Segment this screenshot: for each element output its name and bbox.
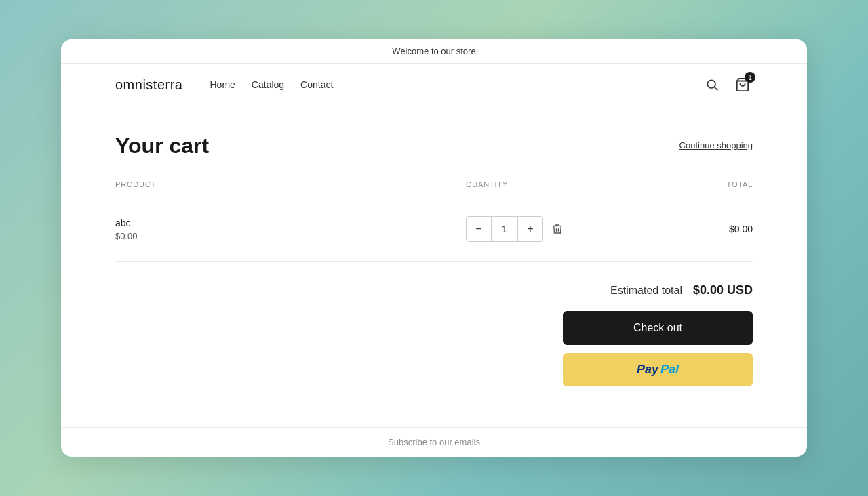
- logo: omnisterra: [115, 77, 182, 93]
- qty-control: − 1 +: [466, 216, 543, 242]
- delete-item-button[interactable]: [549, 220, 566, 238]
- qty-increase-button[interactable]: +: [518, 217, 542, 241]
- product-cell: abc $0.00: [115, 197, 466, 262]
- footer-bar: Subscribe to our emails: [61, 427, 807, 457]
- estimated-total-label: Estimated total: [610, 285, 682, 297]
- product-name: abc: [115, 218, 466, 228]
- cart-icon-wrapper: 1: [732, 75, 753, 95]
- quantity-controls: − 1 +: [466, 216, 657, 242]
- nav-catalog[interactable]: Catalog: [252, 79, 284, 90]
- paypal-logo: PayPal: [637, 363, 679, 377]
- estimated-total-value: $0.00 USD: [693, 283, 753, 297]
- header-left: omnisterra Home Catalog Contact: [115, 77, 333, 93]
- app-window: Welcome to our store omnisterra Home Cat…: [61, 39, 807, 457]
- table-row: abc $0.00 − 1 +: [115, 197, 753, 262]
- search-button[interactable]: [703, 75, 722, 94]
- col-header-quantity: QUANTITY: [466, 180, 657, 197]
- svg-line-1: [715, 87, 718, 91]
- cart-table: PRODUCT QUANTITY TOTAL abc $0.00: [115, 180, 753, 262]
- cart-badge: 1: [745, 72, 755, 83]
- checkout-button[interactable]: Check out: [563, 311, 753, 345]
- header: omnisterra Home Catalog Contact: [61, 64, 807, 106]
- quantity-cell: − 1 +: [466, 197, 657, 262]
- estimated-total: Estimated total $0.00 USD: [610, 283, 753, 297]
- cart-title: Your cart: [115, 133, 209, 159]
- qty-decrease-button[interactable]: −: [467, 217, 491, 241]
- table-header-row: PRODUCT QUANTITY TOTAL: [115, 180, 753, 197]
- col-header-product: PRODUCT: [115, 180, 466, 197]
- nav-contact[interactable]: Contact: [300, 79, 333, 90]
- trash-icon: [551, 223, 564, 235]
- subscribe-text: Subscribe to our emails: [388, 437, 480, 447]
- col-header-total: TOTAL: [657, 180, 753, 197]
- nav-home[interactable]: Home: [210, 79, 235, 90]
- cart-header: Your cart Continue shopping: [115, 133, 753, 159]
- header-right: 1: [703, 75, 753, 95]
- cart-summary: Estimated total $0.00 USD Check out PayP…: [115, 283, 753, 386]
- announcement-bar: Welcome to our store: [61, 39, 807, 64]
- qty-value: 1: [491, 217, 518, 241]
- continue-shopping-link[interactable]: Continue shopping: [679, 140, 753, 150]
- paypal-button[interactable]: PayPal: [563, 353, 753, 386]
- announcement-text: Welcome to our store: [392, 46, 475, 56]
- main-content: Your cart Continue shopping PRODUCT QUAN…: [61, 106, 807, 427]
- nav: Home Catalog Contact: [210, 79, 333, 90]
- search-icon: [705, 78, 719, 91]
- svg-point-0: [707, 80, 715, 88]
- product-info: abc $0.00: [115, 218, 466, 241]
- item-total: $0.00: [657, 197, 753, 262]
- product-price: $0.00: [115, 231, 466, 241]
